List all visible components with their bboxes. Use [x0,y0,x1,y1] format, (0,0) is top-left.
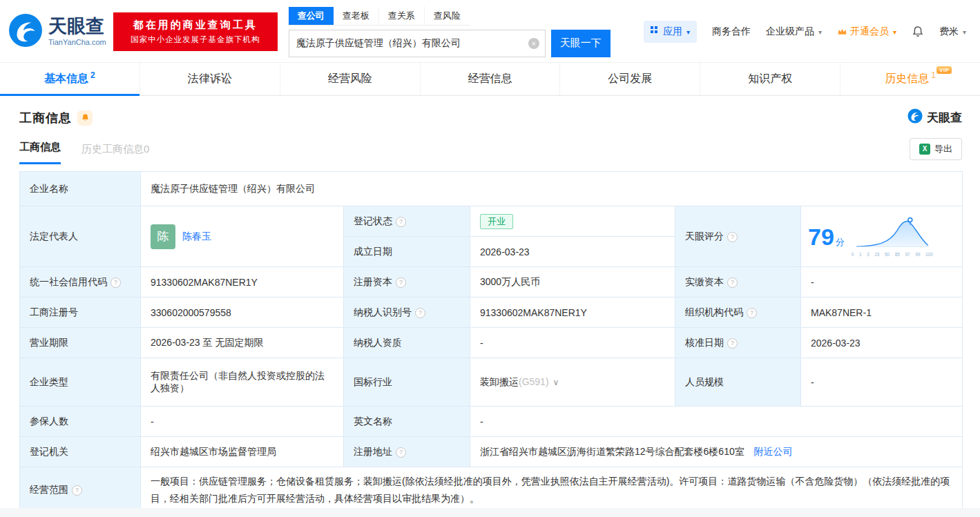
table-row: 参保人数 - 英文名称 - [20,407,963,437]
help-icon[interactable]: ? [396,277,406,288]
clear-icon[interactable]: × [528,38,539,49]
field-value-business-scope: 一般项目：供应链管理服务；仓储设备租赁服务；装卸搬运(除依法须经批准的项目外，凭… [141,467,963,514]
help-icon[interactable]: ? [396,217,406,227]
logo-domain: TianYanCha.com [48,38,106,46]
field-label-taxpayer-id: 纳税人识别号? [344,297,470,328]
help-icon[interactable]: ? [415,308,425,318]
field-value-approval-date: 2026-03-23 [801,328,963,358]
field-label-business-scope: 经营范围? [20,467,141,514]
field-label-org-code: 组织机构代码? [675,297,801,328]
nav-user-menu[interactable]: 费米 ▾ [939,26,966,38]
avatar: 陈 [151,224,175,249]
score-number: 79分 [808,225,845,248]
tab-basic-info-count: 2 [90,70,95,80]
field-value-english-name: - [470,407,963,437]
help-icon[interactable]: ? [72,485,82,496]
nav-enterprise-label: 企业级产品 [766,26,814,38]
field-label-company-name: 企业名称 [20,172,141,206]
field-label-reg-address: 注册地址? [344,437,470,467]
field-label-insured-count: 参保人数 [20,407,141,437]
export-button[interactable]: X 导出 [910,138,962,160]
nav-app[interactable]: 应用 ▾ [644,21,697,43]
subtab-row: 工商信息 历史工商信息0 X 导出 [19,138,962,164]
field-label-english-name: 英文名称 [344,407,470,437]
status-badge: 开业 [480,214,513,229]
subtab-business-info[interactable]: 工商信息 [19,141,61,164]
tab-risk-label: 经营风险 [328,72,372,86]
slogan-banner: 都在用的商业查询工具 国家中小企业发展子基金旗下机构 [113,12,278,51]
search-tab-risk[interactable]: 查风险 [424,7,470,25]
nav-app-label: 应用 [663,26,682,38]
search-tabs: 查公司 查老板 查关系 查风险 [289,7,470,26]
tab-intellectual-property[interactable]: 知识产权 [700,63,840,95]
tab-company-development[interactable]: 公司发展 [560,63,700,95]
header: 天眼查 TianYanCha.com 都在用的商业查询工具 国家中小企业发展子基… [0,0,980,62]
field-value-insured-count: - [141,407,344,437]
tab-history-count: 1 [931,70,936,80]
field-value-establish-date: 2026-03-23 [470,237,675,267]
field-value-paid-capital: - [801,267,963,297]
search-tab-relation[interactable]: 查关系 [378,7,424,25]
subtab-history-business-info[interactable]: 历史工商信息0 [81,143,149,164]
tianyancha-logo[interactable]: 天眼查 TianYanCha.com [8,13,106,50]
tab-basic-info[interactable]: 基本信息 2 [0,63,140,95]
excel-icon: X [919,144,930,155]
table-row: 工商注册号 330602000579558 纳税人识别号? 91330602MA… [20,297,963,328]
help-icon[interactable]: ? [747,308,757,318]
nearby-companies-link[interactable]: 附近公司 [754,446,793,457]
nav-enterprise-products[interactable]: 企业级产品 ▾ [766,26,822,38]
help-icon[interactable]: ? [727,232,738,242]
table-row: 企业名称 魔法原子供应链管理（绍兴）有限公司 [20,172,963,206]
field-label-reg-number: 工商注册号 [20,297,141,328]
slogan-line2: 国家中小企业发展子基金旗下机构 [131,35,260,45]
crown-icon [837,26,847,37]
export-label: 导出 [934,143,952,155]
search-input[interactable] [289,38,528,49]
search-tab-boss[interactable]: 查老板 [334,7,378,25]
tab-legal-label: 法律诉讼 [188,72,232,86]
slogan-line1: 都在用的商业查询工具 [133,19,258,32]
help-icon[interactable]: ? [111,277,121,288]
legal-rep-link[interactable]: 陈春玉 [182,231,211,243]
search-row: × 天眼一下 [289,30,611,57]
nav-cooperation[interactable]: 商务合作 [712,26,751,38]
field-label-staff-size: 人员规模 [675,358,801,407]
chevron-down-icon[interactable]: ∨ [553,378,559,387]
field-label-business-term: 营业期限 [20,328,141,358]
field-label-establish-date: 成立日期 [344,237,470,267]
company-nav-tabbar: 基本信息 2 法律诉讼 经营风险 经营信息 公司发展 知识产权 历史信息 1 V… [0,62,980,96]
field-value-org-code: MAK87NER-1 [801,297,963,328]
tab-business-risk[interactable]: 经营风险 [280,63,421,95]
field-value-business-term: 2026-03-23 至 无固定期限 [141,328,344,358]
logo-brand-name: 天眼查 [48,17,106,36]
field-label-taxpayer-qualification: 纳税人资质 [344,328,470,358]
field-value-company-name: 魔法原子供应链管理（绍兴）有限公司 [141,172,963,206]
footer-strip [0,508,980,517]
tab-business-info[interactable]: 经营信息 [421,63,561,95]
subscribe-bell-button[interactable] [77,110,93,126]
table-row: 营业期限 2026-03-23 至 无固定期限 纳税人资质 - 核准日期? 20… [20,328,963,358]
tab-history-info[interactable]: 历史信息 1 VIP [840,63,980,95]
notification-bell[interactable] [912,26,924,38]
chevron-down-icon: ▾ [686,28,690,36]
help-icon[interactable]: ? [727,277,738,288]
help-icon[interactable]: ? [396,447,406,458]
tab-basic-info-label: 基本信息 [44,72,88,86]
table-row: 法定代表人 陈 陈春玉 登记状态? 开业 天眼评分? 79分 [20,206,963,237]
business-info-table: 企业名称 魔法原子供应链管理（绍兴）有限公司 法定代表人 陈 陈春玉 登记状态?… [19,171,963,514]
bell-icon [912,26,924,38]
search-button[interactable]: 天眼一下 [551,30,611,57]
tab-legal-proceedings[interactable]: 法律诉讼 [140,63,280,95]
table-row: 统一社会信用代码? 91330602MAK87NER1Y 注册资本? 3000万… [20,267,963,297]
nav-vip-membership[interactable]: 开通会员 ▾ [837,26,896,38]
help-icon[interactable]: ? [727,338,738,349]
tianyancha-logo-icon [907,108,923,127]
vip-badge: VIP [936,66,952,74]
tab-history-label: 历史信息 [885,72,929,86]
search-tab-company[interactable]: 查公司 [289,7,334,25]
field-value-reg-address: 浙江省绍兴市越城区沥海街道繁荣路12号综合配套楼6楼610室 附近公司 [470,437,963,467]
tianyancha-logo-icon [8,13,43,50]
nav-vip-label: 开通会员 [850,26,889,38]
field-value-legal-rep: 陈 陈春玉 [141,206,344,267]
field-label-company-type: 企业类型 [20,358,141,407]
